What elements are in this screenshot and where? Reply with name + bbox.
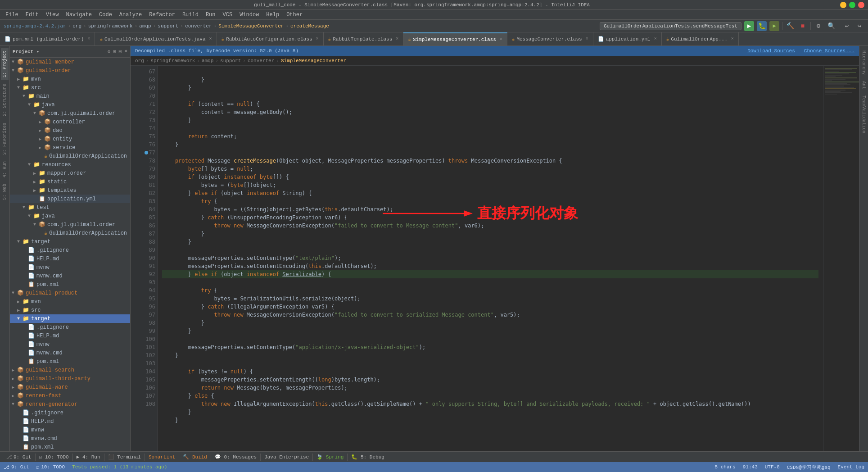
tree-templates[interactable]: ▶ 📁 templates xyxy=(10,186,130,195)
menu-build[interactable]: Build xyxy=(179,11,202,19)
tree-gulimall-member[interactable]: ▼ 📦 gulimall-member xyxy=(10,58,130,66)
menu-analyze[interactable]: Analyze xyxy=(116,11,145,19)
menu-navigate[interactable]: Navigate xyxy=(62,11,95,19)
tree-static[interactable]: ▶ 📁 static xyxy=(10,177,130,186)
menu-refactor[interactable]: Refactor xyxy=(145,11,179,19)
tab-rabbit-template[interactable]: ☕ RabbitTemplate.class × xyxy=(324,32,404,45)
tree-gitignore[interactable]: 📄 .gitignore xyxy=(10,246,130,254)
minimap[interactable] xyxy=(823,66,859,451)
tree-gulimall-order[interactable]: ▼ 📦 gulimall-order xyxy=(10,66,130,75)
tab-pom-xml[interactable]: 📄 pom.xml (gulimall-order) × xyxy=(0,32,95,45)
tab-message-converter[interactable]: ☕ MessageConverter.class × xyxy=(507,32,593,45)
right-tab-hierarchy[interactable]: Hierarchy xyxy=(860,48,867,77)
tree-gen-help[interactable]: 📄 HELP.md xyxy=(10,417,130,426)
tab-close[interactable]: × xyxy=(87,36,90,41)
settings-button[interactable]: ⚙ xyxy=(814,21,823,31)
tree-test-java[interactable]: ▼ 📁 java xyxy=(10,212,130,220)
bottom-build[interactable]: 🔨 Build xyxy=(180,454,210,460)
tab-gulimall-tests[interactable]: ☕ GulimallOrderApplicationTests.java × xyxy=(95,32,217,45)
tree-gulimall-order-app-test[interactable]: ☕ GulimallOrderApplication xyxy=(10,229,130,237)
code-content[interactable]: } } if (content == null) { content = mes… xyxy=(158,66,823,451)
tree-mvnw-cmd[interactable]: 📄 mvnw.cmd xyxy=(10,272,130,280)
search-button[interactable]: 🔍 xyxy=(826,21,836,31)
sidebar-close-icon[interactable]: × xyxy=(124,49,127,54)
tree-dao[interactable]: ▶ 📦 dao xyxy=(10,126,130,135)
tree-application-yml[interactable]: 📋 application.yml xyxy=(10,195,130,203)
tree-resources[interactable]: ▼ 📁 resources xyxy=(10,160,130,169)
menu-code[interactable]: Code xyxy=(95,11,116,19)
menu-window[interactable]: Window xyxy=(236,11,262,19)
tree-gen-gitignore[interactable]: 📄 .gitignore xyxy=(10,408,130,417)
tree-src[interactable]: ▼ 📁 src xyxy=(10,83,130,92)
stop-button[interactable]: ■ xyxy=(798,21,808,31)
tree-product-help[interactable]: 📄 HELP.md xyxy=(10,331,130,340)
tree-test-package[interactable]: ▼ 📦 com.jl.gulimall.order xyxy=(10,220,130,229)
menu-help[interactable]: Help xyxy=(262,11,283,19)
tree-service[interactable]: ▶ 📦 service xyxy=(10,143,130,152)
tree-gulimall-product[interactable]: ▼ 📦 gulimall-product xyxy=(10,289,130,297)
sidebar-collapse-icon[interactable]: ⊟ xyxy=(119,49,122,54)
tree-gen-pom[interactable]: 📋 pom.xml xyxy=(10,443,130,451)
menu-view[interactable]: View xyxy=(42,11,63,19)
tree-com-package[interactable]: ▼ 📦 com.jl.gulimall.order xyxy=(10,109,130,118)
undo-button[interactable]: ↩ xyxy=(842,21,852,31)
bottom-terminal[interactable]: ⬛ Terminal xyxy=(105,454,144,460)
bottom-spring[interactable]: 🍃 Spring xyxy=(314,454,346,460)
bottom-debug[interactable]: 🐛 5: Debug xyxy=(348,454,387,460)
tree-mapper-order[interactable]: ▶ 📁 mapper.order xyxy=(10,169,130,177)
tree-renren-generator[interactable]: ▼ 📦 renren-generator xyxy=(10,400,130,408)
run-config-dropdown[interactable]: GulimallOrderApplicationTests.sendMessag… xyxy=(600,22,741,30)
sidebar-expand-icon[interactable]: ⊞ xyxy=(113,49,116,54)
tree-gulimall-third[interactable]: ▶ 📦 gulimall-third-party xyxy=(10,374,130,383)
menu-other[interactable]: Other xyxy=(283,11,306,19)
tab-close[interactable]: × xyxy=(731,36,734,41)
tree-product-mvn[interactable]: ▶ 📁 mvn xyxy=(10,297,130,306)
bottom-messages[interactable]: 💬 0: Messages xyxy=(212,454,259,460)
tree-renren-fast[interactable]: ▶ 📦 renren-fast xyxy=(10,391,130,400)
tree-controller[interactable]: ▶ 📦 controller xyxy=(10,118,130,126)
menu-vcs[interactable]: VCS xyxy=(219,11,236,19)
tab-close[interactable]: × xyxy=(500,37,502,42)
build-button[interactable]: 🔨 xyxy=(785,21,795,31)
tab-close[interactable]: × xyxy=(654,36,657,41)
tab-close[interactable]: × xyxy=(209,36,212,41)
bottom-todo[interactable]: ☑ 10: TODO xyxy=(36,454,72,460)
tab-close[interactable]: × xyxy=(396,36,398,41)
bottom-run[interactable]: ▶ 4: Run xyxy=(74,454,103,460)
minimize-button[interactable]: − xyxy=(840,2,846,8)
tree-target[interactable]: ▼ 📁 target xyxy=(10,237,130,246)
status-event-log[interactable]: Event Log xyxy=(838,464,864,470)
menu-file[interactable]: File xyxy=(2,11,22,19)
left-tab-structure[interactable]: 2: Structure xyxy=(1,81,9,119)
maximize-button[interactable]: □ xyxy=(849,2,855,8)
tree-gen-mvnw[interactable]: 📄 mvnw xyxy=(10,426,130,434)
left-tab-project[interactable]: 1: Project xyxy=(1,48,9,80)
tree-product-target[interactable]: ▼ 📁 target xyxy=(10,314,130,323)
tab-application-yml[interactable]: 📄 application.yml × xyxy=(593,32,662,45)
debug-button[interactable]: 🐛 xyxy=(757,21,767,31)
tree-product-mvnw[interactable]: 📄 mvnw xyxy=(10,340,130,349)
tree-main[interactable]: ▼ 📁 main xyxy=(10,92,130,100)
tree-gulimall-order-app-main[interactable]: ☕ GulimallOrderApplication xyxy=(10,152,130,160)
left-tab-run[interactable]: 4: Run xyxy=(1,159,9,180)
code-editor[interactable]: 67 68 69 70 71 72 73 74 75 76 77 78 79 8… xyxy=(131,66,859,451)
tree-product-src[interactable]: ▶ 📁 src xyxy=(10,306,130,314)
bottom-sonar[interactable]: SonarLint xyxy=(146,454,178,460)
right-tab-ant[interactable]: Ant xyxy=(860,78,867,92)
tree-pom-xml[interactable]: 📋 pom.xml xyxy=(10,280,130,289)
tree-product-mvnw-cmd[interactable]: 📄 mvnw.cmd xyxy=(10,349,130,357)
sidebar-gear-icon[interactable]: ⚙ xyxy=(108,49,111,54)
tree-entity[interactable]: ▶ 📦 entity xyxy=(10,135,130,143)
redo-button[interactable]: ↪ xyxy=(854,21,864,31)
tree-help-md[interactable]: 📄 HELP.md xyxy=(10,254,130,263)
left-tab-favorites[interactable]: 3: Favorites xyxy=(1,120,9,158)
tree-product-gitignore[interactable]: 📄 .gitignore xyxy=(10,323,130,331)
close-button[interactable]: × xyxy=(858,2,864,8)
tab-rabbit-auto[interactable]: ☕ RabbitAutoConfiguration.class × xyxy=(217,32,324,45)
coverage-button[interactable]: ▶ xyxy=(769,21,779,31)
right-tab-teamvalidation[interactable]: TeamValidation xyxy=(860,93,867,136)
tab-gulimall-app[interactable]: ☕ GulimallOrderApp... × xyxy=(662,32,739,45)
download-sources-link[interactable]: Download Sources xyxy=(747,48,795,54)
bottom-java-enterprise[interactable]: Java Enterprise xyxy=(262,454,312,460)
menu-run[interactable]: Run xyxy=(202,11,219,19)
